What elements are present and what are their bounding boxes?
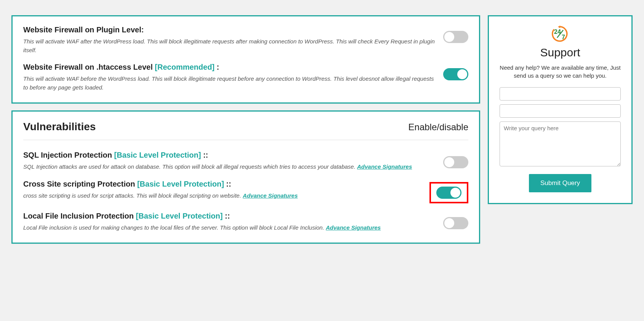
support-title: Support bbox=[500, 46, 621, 59]
vuln-title-1: Cross Site scripting Protection [Basic L… bbox=[23, 180, 422, 188]
vulnerabilities-toggle-label: Enable/disable bbox=[409, 122, 468, 133]
vuln-title-2: Local File Inclusion Protection [Basic L… bbox=[23, 212, 436, 220]
vuln-adv-link-1[interactable]: Advance Signatures bbox=[243, 192, 298, 199]
vuln-toggle-0[interactable] bbox=[443, 156, 468, 168]
firewall-htaccess-level-title: Website Firewall on .htaccess Level [Rec… bbox=[23, 63, 436, 72]
support-input-2[interactable] bbox=[500, 104, 621, 118]
support-submit-button[interactable]: Submit Query bbox=[529, 174, 591, 192]
vuln-toggle-1[interactable] bbox=[436, 187, 461, 199]
vulnerabilities-panel: Vulnerabilities Enable/disable SQL Injec… bbox=[11, 110, 480, 244]
svg-text:7: 7 bbox=[562, 34, 565, 40]
firewall-plugin-level-title: Website Firewall on Plugin Level: bbox=[23, 26, 436, 34]
svg-marker-0 bbox=[558, 26, 560, 28]
firewall-htaccess-level-toggle[interactable] bbox=[443, 68, 468, 80]
vuln-desc-2: Local File inclusion is used for making … bbox=[23, 224, 436, 232]
firewall-htaccess-tag: [Recommended] bbox=[155, 63, 215, 71]
vuln-row-0: SQL Injection Protection [Basic Level Pr… bbox=[23, 151, 468, 171]
vuln-row-1: Cross Site scripting Protection [Basic L… bbox=[23, 180, 468, 203]
vuln-desc-0: SQL Injection attacks are used for attac… bbox=[23, 163, 436, 171]
firewall-htaccess-level-row: Website Firewall on .htaccess Level [Rec… bbox=[23, 63, 468, 92]
vuln-desc-1: cross site scripting is used for script … bbox=[23, 192, 422, 200]
vuln-adv-link-2[interactable]: Advance Signatures bbox=[326, 224, 381, 231]
firewall-plugin-level-toggle[interactable] bbox=[443, 31, 468, 43]
firewall-htaccess-level-desc: This will activate WAF before the WordPr… bbox=[23, 75, 436, 92]
vuln-toggle-highlight-1 bbox=[429, 182, 468, 203]
support-input-1[interactable] bbox=[500, 87, 621, 101]
vuln-row-2: Local File Inclusion Protection [Basic L… bbox=[23, 212, 468, 232]
firewall-htaccess-title-suffix: : bbox=[215, 63, 219, 71]
vulnerabilities-title: Vulnerabilities bbox=[23, 121, 96, 133]
vuln-adv-link-0[interactable]: Advance Signatures bbox=[357, 163, 412, 170]
firewall-plugin-level-row: Website Firewall on Plugin Level: This w… bbox=[23, 26, 468, 54]
vuln-toggle-2[interactable] bbox=[443, 217, 468, 229]
firewall-plugin-level-desc: This will activate WAF after the WordPre… bbox=[23, 37, 436, 54]
support-247-icon: 24 7 bbox=[500, 26, 621, 44]
firewall-htaccess-title-prefix: Website Firewall on .htaccess Level bbox=[23, 63, 155, 71]
support-panel: 24 7 Support Need any help? We are avail… bbox=[488, 15, 633, 204]
support-desc: Need any help? We are available any time… bbox=[500, 64, 621, 80]
vuln-title-0: SQL Injection Protection [Basic Level Pr… bbox=[23, 151, 436, 160]
support-query-textarea[interactable] bbox=[500, 121, 621, 166]
firewall-panel: Website Firewall on Plugin Level: This w… bbox=[11, 15, 480, 104]
